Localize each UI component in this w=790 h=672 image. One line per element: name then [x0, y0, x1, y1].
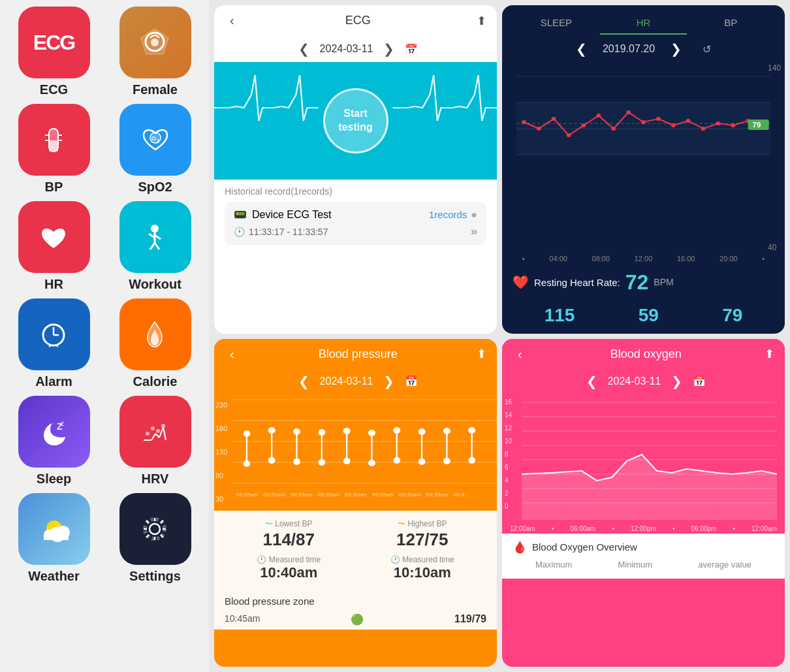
spo2-icon: O 2 [119, 104, 191, 176]
hr-next-date-button[interactable]: ❯ [665, 40, 687, 58]
ecg-title: ECG [345, 14, 371, 27]
svg-text:O: O [151, 135, 156, 142]
svg-text:08:35am: 08:35am [236, 491, 258, 498]
bo-prev-date-button[interactable]: ❮ [581, 372, 603, 391]
record-time: 🕐 11:33:17 - 11:33:57 » [234, 225, 477, 238]
tab-bp[interactable]: BP [687, 12, 774, 35]
sidebar-item-hrv[interactable]: HRV [108, 396, 202, 487]
sidebar-label-sleep: Sleep [37, 472, 71, 487]
tab-hr[interactable]: HR [600, 12, 687, 35]
hr-stat-max: 115 [545, 305, 575, 326]
hr-prev-date-button[interactable]: ❮ [571, 40, 592, 58]
sidebar-item-settings[interactable]: Settings [108, 493, 202, 584]
svg-point-95 [369, 430, 375, 436]
svg-line-28 [159, 427, 163, 438]
bo-header: ‹ Blood oxygen ⬆ [502, 339, 785, 370]
bp-calendar-icon[interactable]: 📅 [405, 375, 418, 387]
svg-point-59 [596, 114, 601, 118]
bp-back-button[interactable]: ‹ [225, 345, 240, 363]
sidebar-item-calorie[interactable]: Calorie [108, 298, 202, 389]
svg-point-65 [686, 119, 691, 123]
hr-time-labels: • 04:00 08:00 12:00 16:00 20:00 • [502, 252, 785, 265]
bo-overview-section: 🩸 Blood Oxygen Overview Maximum Minimum … [502, 534, 785, 579]
ecg-next-date-button[interactable]: ❯ [378, 40, 400, 58]
svg-point-87 [294, 459, 300, 464]
ecg-record-item[interactable]: 📟 Device ECG Test 1records ● 🕐 11:33:17 … [225, 202, 486, 245]
svg-point-89 [319, 430, 324, 435]
svg-text:09:30am: 09:30am [399, 491, 421, 498]
sidebar-item-workout[interactable]: Workout [108, 201, 202, 292]
start-testing-button[interactable]: Start testing [323, 88, 388, 153]
svg-point-58 [582, 123, 586, 127]
ecg-header: ‹ ECG ⬆ [214, 5, 497, 36]
sidebar: ECG ECG Female BP [0, 0, 209, 672]
svg-point-60 [611, 127, 616, 131]
weather-icon [18, 493, 90, 565]
hr-refresh-button[interactable]: ↺ [697, 42, 716, 57]
sidebar-item-alarm[interactable]: Alarm [7, 298, 101, 389]
calendar-icon[interactable]: 📅 [405, 43, 418, 56]
svg-text:09:4...: 09:4... [453, 491, 469, 498]
svg-text:08:50am: 08:50am [263, 491, 285, 498]
bo-calendar-icon[interactable]: 📅 [693, 375, 706, 387]
workout-icon [119, 201, 191, 273]
bo-share-icon[interactable]: ⬆ [765, 347, 774, 361]
svg-point-32 [156, 429, 160, 433]
sidebar-label-female: Female [133, 82, 178, 97]
svg-point-2 [151, 39, 159, 46]
svg-text:z: z [61, 420, 64, 427]
highest-bp-label: Highest BP [407, 519, 447, 528]
bp-chart-area: 230 180 130 80 30 [214, 393, 497, 511]
bo-next-date-button[interactable]: ❯ [666, 372, 687, 391]
hr-icon [18, 201, 90, 273]
main-content: ‹ ECG ⬆ ❮ 2024-03-11 ❯ 📅 Start testing H [209, 0, 790, 672]
bp-share-icon[interactable]: ⬆ [477, 347, 486, 361]
sidebar-item-weather[interactable]: Weather [7, 493, 101, 584]
tab-sleep[interactable]: SLEEP [513, 12, 600, 35]
highest-bp-value: 127/75 [358, 530, 487, 550]
sidebar-item-ecg[interactable]: ECG ECG [7, 7, 101, 97]
device-test-label: Device ECG Test [252, 209, 332, 221]
ecg-back-button[interactable]: ‹ [225, 12, 240, 29]
svg-rect-53 [516, 103, 770, 155]
sidebar-item-sleep[interactable]: Z z Sleep [7, 396, 101, 487]
female-icon [119, 7, 191, 78]
bp-next-date-button[interactable]: ❯ [378, 372, 400, 391]
sidebar-item-female[interactable]: Female [108, 7, 202, 97]
svg-line-29 [163, 427, 166, 440]
hr-tabs: SLEEP HR BP [502, 5, 785, 35]
ecg-prev-date-button[interactable]: ❮ [293, 40, 315, 58]
hr-resting-section: ❤️ Resting Heart Rate: 72 BPM [502, 265, 785, 300]
svg-text:79: 79 [753, 121, 761, 129]
svg-point-30 [146, 432, 150, 436]
bp-header: ‹ Blood pressure ⬆ [214, 339, 497, 370]
bp-zone-icon: 🟢 [351, 613, 364, 626]
svg-text:09:05am: 09:05am [317, 491, 340, 498]
svg-line-27 [155, 434, 159, 438]
sidebar-label-hr: HR [44, 277, 63, 292]
share-icon[interactable]: ⬆ [477, 14, 486, 28]
svg-point-81 [244, 461, 250, 466]
bo-back-button[interactable]: ‹ [513, 345, 528, 363]
resting-hr-value: 72 [625, 270, 649, 295]
svg-line-16 [155, 243, 159, 249]
svg-point-63 [656, 117, 661, 121]
svg-text:09:35am: 09:35am [426, 491, 449, 498]
svg-text:2: 2 [157, 138, 159, 143]
bp-prev-date-button[interactable]: ❮ [293, 372, 315, 391]
sidebar-item-spo2[interactable]: O 2 SpO2 [108, 104, 202, 195]
svg-point-96 [369, 460, 375, 466]
historical-record-label: Historical record(1records) [225, 186, 486, 197]
bo-col-headers: Maximum Minimum average value [513, 554, 774, 572]
svg-point-90 [319, 460, 324, 465]
ecg-icon: ECG [18, 7, 90, 78]
settings-icon [119, 493, 191, 565]
ecg-panel: ‹ ECG ⬆ ❮ 2024-03-11 ❯ 📅 Start testing H [214, 5, 497, 334]
svg-point-86 [294, 429, 300, 434]
ecg-wave-display: Start testing [214, 62, 497, 180]
sidebar-item-bp[interactable]: BP [7, 104, 101, 195]
clock-icon-2: 🕐 [257, 555, 266, 564]
sidebar-label-calorie: Calorie [133, 374, 178, 389]
bo-panel: ‹ Blood oxygen ⬆ ❮ 2024-03-11 ❯ 📅 16 14 … [502, 339, 785, 667]
sidebar-item-hr[interactable]: HR [7, 201, 101, 292]
